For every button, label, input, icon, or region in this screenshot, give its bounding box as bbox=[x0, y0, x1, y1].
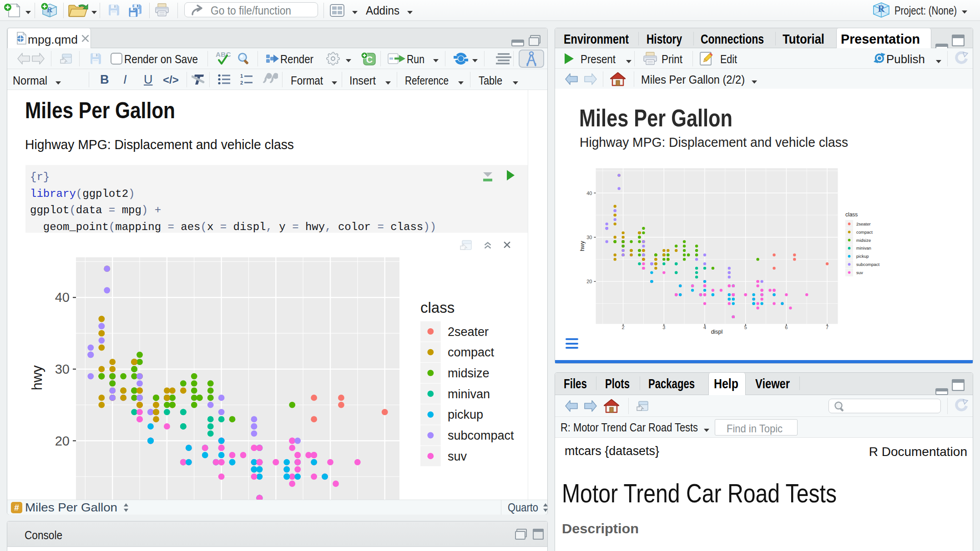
svg-text:compact: compact bbox=[448, 346, 495, 359]
svg-text:2: 2 bbox=[622, 325, 625, 330]
svg-text:30: 30 bbox=[55, 362, 70, 376]
svg-text:5: 5 bbox=[744, 325, 747, 330]
svg-text:displ: displ bbox=[711, 329, 723, 335]
svg-text:subcompact: subcompact bbox=[856, 262, 880, 267]
svg-text:30: 30 bbox=[586, 235, 592, 240]
svg-text:minivan: minivan bbox=[448, 387, 490, 401]
svg-text:suv: suv bbox=[856, 270, 863, 275]
svg-text:3: 3 bbox=[662, 325, 665, 330]
svg-text:40: 40 bbox=[55, 290, 70, 305]
svg-text:suv: suv bbox=[448, 450, 467, 463]
svg-text:class: class bbox=[845, 211, 858, 218]
svg-text:6: 6 bbox=[785, 325, 788, 330]
svg-text:hwy: hwy bbox=[29, 365, 45, 391]
svg-text:R: R bbox=[878, 4, 885, 14]
svg-text:20: 20 bbox=[586, 279, 592, 284]
svg-text:2seater: 2seater bbox=[856, 221, 871, 226]
svg-text:7: 7 bbox=[826, 325, 828, 330]
svg-text:hwy: hwy bbox=[579, 240, 586, 251]
svg-text:2seater: 2seater bbox=[448, 325, 489, 339]
svg-text:pickup: pickup bbox=[856, 254, 869, 259]
svg-text:4: 4 bbox=[703, 325, 706, 330]
svg-text:subcompact: subcompact bbox=[448, 429, 514, 442]
svg-text:20: 20 bbox=[55, 434, 70, 448]
svg-text:pickup: pickup bbox=[448, 408, 483, 421]
svg-text:compact: compact bbox=[856, 230, 873, 235]
svg-text:40: 40 bbox=[586, 190, 592, 196]
svg-text:class: class bbox=[420, 299, 455, 316]
svg-text:midsize: midsize bbox=[856, 238, 871, 243]
svg-text:ABC: ABC bbox=[216, 51, 231, 58]
svg-text:1: 1 bbox=[240, 74, 243, 79]
svg-text:minivan: minivan bbox=[856, 245, 871, 250]
svg-text:midsize: midsize bbox=[448, 366, 490, 380]
svg-text:2: 2 bbox=[240, 80, 243, 85]
